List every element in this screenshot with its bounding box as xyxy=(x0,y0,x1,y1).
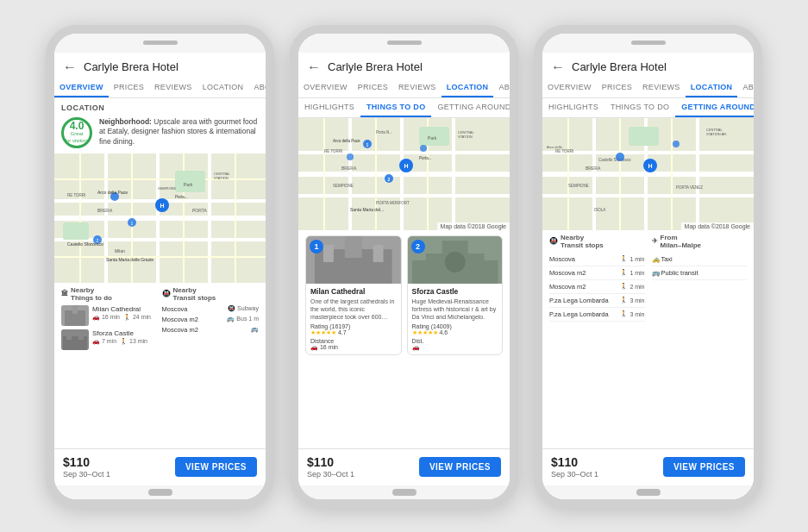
sub-tab-things-3[interactable]: THINGS TO DO xyxy=(604,98,675,117)
cathedral-times: 🚗 16 min 🚶 24 min xyxy=(92,314,151,321)
around-grid: 🚇 NearbyTransit stops Moscova 🚶 1 min Mo… xyxy=(549,234,747,322)
svg-text:Porta...: Porta... xyxy=(175,195,188,199)
svg-point-64 xyxy=(347,153,354,160)
phone-1-header: ← Carlyle Brera Hotel xyxy=(54,53,266,78)
sub-tab-getting-2[interactable]: GETTING AROUND xyxy=(431,98,510,117)
cathedral-name: Milan Cathedral xyxy=(92,305,151,313)
stop-time-2: 🚶 1 min xyxy=(620,269,644,276)
price-info: $110 Sep 30–Oct 1 xyxy=(63,454,110,480)
tab-reviews-3[interactable]: REVIEWS xyxy=(637,78,686,97)
around-item-4: P.za Lega Lombarda 🚶 3 min xyxy=(549,294,645,308)
phone-2-content: ← Carlyle Brera Hotel OVERVIEW PRICES RE… xyxy=(298,53,510,485)
sub-tab-things-2[interactable]: THINGS TO DO xyxy=(360,98,431,117)
tab-overview-2[interactable]: OVERVIEW xyxy=(298,78,353,97)
svg-text:Porta...: Porta... xyxy=(419,156,432,160)
tab-reviews-2[interactable]: REVIEWS xyxy=(393,78,442,97)
svg-text:ISOLA: ISOLA xyxy=(594,208,605,212)
svg-text:Porta N...: Porta N... xyxy=(376,130,392,135)
map-svg-2: Park BRERA RE TORRI CENTRAL STATION SEMP… xyxy=(298,118,510,230)
cathedral-card-name: Milan Cathedral xyxy=(310,287,397,296)
transit-title: 🚇 NearbyTransit stops xyxy=(162,286,260,302)
tab-prices-3[interactable]: PRICES xyxy=(597,78,637,97)
tab-about-3[interactable]: ABOUT xyxy=(737,78,754,97)
back-arrow[interactable]: ← xyxy=(63,59,77,75)
svg-text:PORTA: PORTA xyxy=(192,208,207,213)
view-prices-button[interactable]: VIEW PRICES xyxy=(175,457,257,477)
tab-location[interactable]: LOCATION xyxy=(197,78,249,97)
home-button-2[interactable] xyxy=(392,489,417,496)
phone-1-bottom-bar-hw xyxy=(54,485,266,499)
phone-1: ← Carlyle Brera Hotel OVERVIEW PRICES RE… xyxy=(46,25,274,508)
home-button[interactable] xyxy=(148,489,172,496)
svg-text:Castello Sforzesco: Castello Sforzesco xyxy=(598,158,631,162)
phone-2-map[interactable]: Park BRERA RE TORRI CENTRAL STATION SEMP… xyxy=(298,118,510,230)
transit-stops-col: 🚇 NearbyTransit stops Moscova 🚶 1 min Mo… xyxy=(549,234,645,322)
transit-item-2: Moscova m2 🚌 Bus 1 m xyxy=(162,316,260,323)
price-amount: $110 xyxy=(63,454,110,470)
phone-2-top-bar xyxy=(298,34,510,53)
castle-card-name: Sforza Castle xyxy=(412,287,498,296)
from-name-1: 🚕 Taxi xyxy=(652,255,673,263)
svg-rect-79 xyxy=(484,245,498,260)
svg-text:PORTA VENEZ: PORTA VENEZ xyxy=(676,185,703,190)
from-name-2: 🚌 Public transit xyxy=(652,269,698,277)
tab-location-3[interactable]: LOCATION xyxy=(686,78,738,97)
price-dates: Sep 30–Oct 1 xyxy=(63,470,110,480)
phone-2-speaker xyxy=(387,41,422,45)
place-card-castle[interactable]: 2 Sforza Castle Huge Medieval-Renaissanc… xyxy=(407,235,504,355)
scene: ← Carlyle Brera Hotel OVERVIEW PRICES RE… xyxy=(0,0,808,532)
svg-text:1: 1 xyxy=(131,221,134,226)
price-info-3: $110 Sep 30–Oct 1 xyxy=(551,454,598,480)
svg-text:SEMPIONE: SEMPIONE xyxy=(158,186,176,191)
transit-name-2: Moscova m2 xyxy=(162,316,199,323)
svg-text:Santa Maria delle Grazie: Santa Maria delle Grazie xyxy=(106,257,153,262)
things-icon: 🏛 xyxy=(61,290,68,297)
from-airport-col: ✈ FromMilan–Malpe 🚕 Taxi 🚌 Public transi… xyxy=(652,234,748,322)
svg-text:1: 1 xyxy=(366,142,369,147)
rating-label: Greatfor visitors xyxy=(65,131,88,143)
svg-text:Castello Sforzesco: Castello Sforzesco xyxy=(67,241,103,247)
svg-rect-39 xyxy=(66,333,72,340)
tab-prices-2[interactable]: PRICES xyxy=(353,78,393,97)
phone-3-top-bar xyxy=(542,34,754,53)
tab-location-2[interactable]: LOCATION xyxy=(442,78,494,97)
svg-text:STATION: STATION xyxy=(458,135,473,139)
view-prices-button-3[interactable]: VIEW PRICES xyxy=(663,457,745,477)
transit-type-1: 🚇 Subway xyxy=(228,305,259,312)
tab-about-2[interactable]: ABOUT xyxy=(493,78,510,97)
map-svg-3: BRERA RE TORRI CENTRAL STATION AR. SEMPI… xyxy=(542,118,754,230)
svg-text:RE TORRI: RE TORRI xyxy=(555,149,573,153)
castle-times: 🚗 7 min 🚶 13 min xyxy=(92,338,147,345)
tab-reviews[interactable]: REVIEWS xyxy=(149,78,197,97)
svg-text:Park: Park xyxy=(184,182,193,187)
things-to-do-title: 🏛 NearbyThings to do xyxy=(61,286,159,302)
view-prices-button-2[interactable]: VIEW PRICES xyxy=(419,457,501,477)
castle-rating: Rating (14009) ★★★★★ 4.6 xyxy=(412,323,452,336)
phone-1-tabs: OVERVIEW PRICES REVIEWS LOCATION ABOUT xyxy=(54,78,266,98)
rating-neighborhood: Neighborhood: xyxy=(99,117,152,126)
back-arrow-2[interactable]: ← xyxy=(307,59,321,75)
sub-tab-highlights-2[interactable]: HIGHLIGHTS xyxy=(298,98,360,117)
castle-thumb xyxy=(61,329,89,350)
location-header: LOCATION xyxy=(61,103,259,112)
svg-text:BRERA: BRERA xyxy=(586,166,601,171)
transit-stops-title: 🚇 NearbyTransit stops xyxy=(549,234,645,249)
svg-text:2: 2 xyxy=(388,177,391,182)
hotel-title-2: Carlyle Brera Hotel xyxy=(328,60,423,73)
place-card-cathedral[interactable]: 1 Milan Cathedral One of the largest cat… xyxy=(305,235,402,355)
back-arrow-3[interactable]: ← xyxy=(551,59,565,75)
from-item-1: 🚕 Taxi xyxy=(652,253,748,266)
svg-text:PORTA MONFORT: PORTA MONFORT xyxy=(376,201,410,205)
phone-3-map[interactable]: BRERA RE TORRI CENTRAL STATION AR. SEMPI… xyxy=(542,118,754,230)
transit-item-1: Moscova 🚇 Subway xyxy=(162,305,260,313)
tab-prices[interactable]: PRICES xyxy=(109,78,149,97)
tab-overview-3[interactable]: OVERVIEW xyxy=(542,78,597,97)
castle-card-meta: Rating (14009) ★★★★★ 4.6 xyxy=(412,323,498,336)
phone-1-map[interactable]: Park BRERA PORTA RE TORRI Milan CENTRAL … xyxy=(54,153,266,283)
tab-about[interactable]: ABOUT xyxy=(248,78,266,97)
sub-tab-getting-3[interactable]: GETTING AROUND xyxy=(675,98,754,117)
sub-tab-highlights-3[interactable]: HIGHLIGHTS xyxy=(542,98,604,117)
home-button-3[interactable] xyxy=(636,489,661,496)
tab-overview[interactable]: OVERVIEW xyxy=(54,78,109,97)
phone-2-sub-tabs: HIGHLIGHTS THINGS TO DO GETTING AROUND xyxy=(298,98,510,118)
